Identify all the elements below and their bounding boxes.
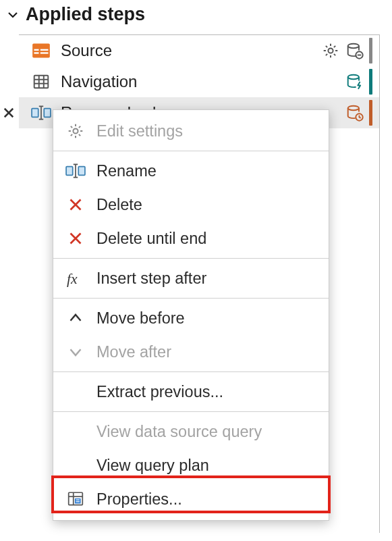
svg-point-18 <box>348 106 359 111</box>
svg-point-6 <box>348 44 359 49</box>
svg-rect-28 <box>75 498 81 504</box>
menu-view-query-plan[interactable]: View query plan <box>53 448 329 482</box>
menu-rename[interactable]: Rename <box>53 154 329 188</box>
delete-step-icon[interactable] <box>0 104 18 122</box>
svg-rect-22 <box>78 167 85 176</box>
x-icon <box>65 228 86 249</box>
rename-columns-icon <box>31 103 51 123</box>
gear-icon <box>65 121 86 141</box>
svg-rect-1 <box>34 49 39 51</box>
svg-rect-16 <box>44 109 51 118</box>
svg-rect-3 <box>34 52 39 53</box>
menu-move-before[interactable]: Move before <box>53 301 329 335</box>
menu-label: Delete <box>96 196 142 214</box>
menu-extract-previous[interactable]: Extract previous... <box>53 375 329 409</box>
source-icon <box>31 41 51 61</box>
chevron-up-icon <box>65 308 86 328</box>
menu-delete[interactable]: Delete <box>53 188 329 222</box>
menu-move-after: Move after <box>53 335 329 369</box>
menu-label: Rename <box>96 162 157 180</box>
svg-rect-21 <box>66 167 73 176</box>
svg-rect-9 <box>34 76 49 88</box>
step-label: Source <box>61 41 311 60</box>
svg-text:fx: fx <box>67 271 78 287</box>
steps-list: Source <box>19 34 380 533</box>
menu-separator <box>53 258 329 259</box>
chevron-down-icon <box>65 342 86 362</box>
menu-separator <box>53 371 329 372</box>
panel-header[interactable]: Applied steps <box>0 0 392 30</box>
menu-label: View data source query <box>96 423 262 441</box>
menu-label: Edit settings <box>96 122 183 140</box>
menu-label: Insert step after <box>96 269 206 288</box>
chevron-down-icon <box>7 9 19 21</box>
step-row-navigation[interactable]: Navigation <box>19 66 379 97</box>
database-clock-icon[interactable] <box>345 103 365 123</box>
menu-separator <box>53 298 329 299</box>
table-icon <box>31 72 51 92</box>
menu-label: Extract previous... <box>96 383 223 401</box>
svg-rect-2 <box>40 49 49 51</box>
database-bolt-icon[interactable] <box>345 72 365 92</box>
menu-label: Move before <box>96 309 185 328</box>
menu-label: Properties... <box>96 490 182 509</box>
panel-title: Applied steps <box>26 4 145 25</box>
svg-point-5 <box>328 48 333 53</box>
database-minus-icon[interactable] <box>345 41 365 61</box>
menu-insert-step-after[interactable]: fx Insert step after <box>53 261 329 295</box>
step-status-bar <box>369 100 372 126</box>
context-menu: Edit settings Rename Delete <box>53 109 329 521</box>
fx-icon: fx <box>65 268 86 288</box>
step-status-bar <box>369 69 372 95</box>
svg-rect-15 <box>32 109 38 118</box>
step-row-source[interactable]: Source <box>19 35 379 66</box>
menu-label: Move after <box>96 343 171 361</box>
rename-icon <box>65 161 86 181</box>
step-label: Navigation <box>61 72 335 91</box>
svg-point-14 <box>348 75 359 80</box>
menu-separator <box>53 411 329 412</box>
menu-label: View query plan <box>96 457 209 475</box>
menu-label: Delete until end <box>96 230 206 248</box>
x-icon <box>65 195 86 215</box>
properties-icon <box>65 489 86 509</box>
svg-point-20 <box>73 128 78 133</box>
menu-delete-until-end[interactable]: Delete until end <box>53 222 329 255</box>
menu-view-data-source-query: View data source query <box>53 415 329 448</box>
step-status-bar <box>369 38 372 63</box>
menu-properties[interactable]: Properties... <box>53 482 329 516</box>
svg-rect-4 <box>40 52 49 53</box>
gear-icon[interactable] <box>320 41 341 61</box>
menu-edit-settings: Edit settings <box>53 114 329 148</box>
menu-separator <box>53 151 329 151</box>
